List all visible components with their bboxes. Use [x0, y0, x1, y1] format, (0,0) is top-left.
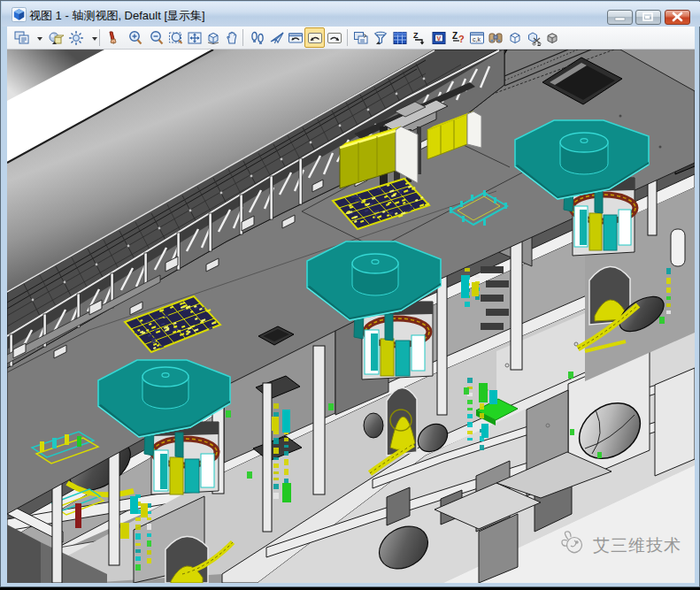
svg-text:Z: Z [413, 31, 419, 40]
svg-text:Z: Z [452, 31, 458, 41]
svg-text:?: ? [458, 34, 465, 44]
svg-text:V: V [437, 35, 442, 42]
svg-text:c,k: c,k [473, 36, 481, 42]
